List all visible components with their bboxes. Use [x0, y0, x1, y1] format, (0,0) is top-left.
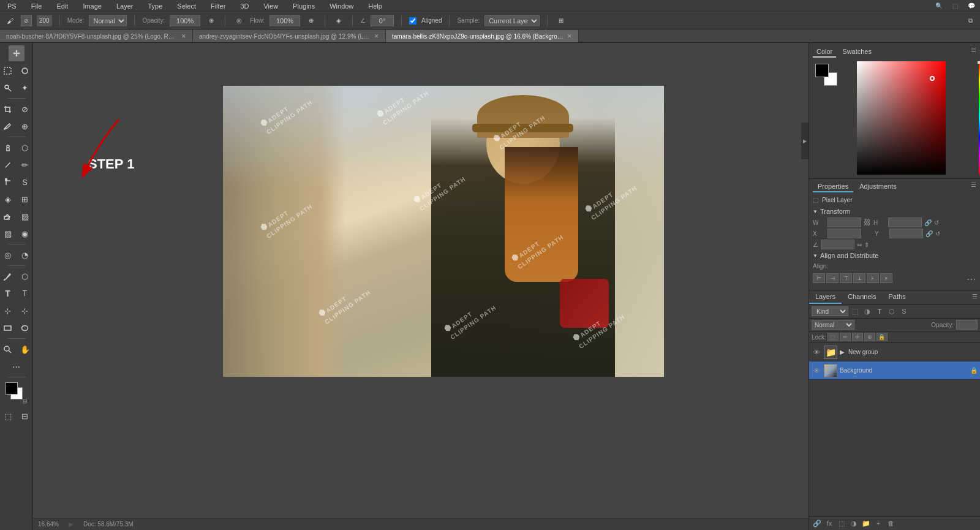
color-sample-btn[interactable]: ⊕	[17, 118, 33, 134]
menu-window[interactable]: Window	[327, 2, 356, 10]
align-center-h-btn[interactable]: ⊣	[826, 273, 839, 283]
align-more-btn[interactable]: ⋯	[967, 273, 976, 285]
align-toggle[interactable]: ▼	[813, 253, 818, 259]
sample-select[interactable]: Current Layer	[484, 15, 540, 26]
align-bottom-btn[interactable]: ⊧	[880, 273, 892, 283]
properties-tab[interactable]: Properties	[813, 181, 853, 192]
flip-v-icon[interactable]: ⇕	[864, 241, 869, 248]
create-group-btn[interactable]: 📁	[861, 518, 872, 529]
filter-shape-btn[interactable]: ⬡	[886, 306, 897, 317]
layer-item-group[interactable]: 👁 📁 ▶ New group	[809, 343, 980, 362]
tab-0-close[interactable]: ✕	[181, 33, 186, 39]
angle-input[interactable]	[371, 15, 394, 26]
history-brush-btn[interactable]: ◈	[0, 191, 16, 207]
flow-pressure-icon[interactable]: ⊕	[305, 15, 317, 27]
brush-settings-icon[interactable]: ⊘	[21, 15, 32, 26]
quick-select-btn[interactable]	[0, 80, 16, 96]
aligned-checkbox[interactable]	[409, 17, 417, 25]
link-layers-btn[interactable]: 🔗	[812, 518, 823, 529]
ellipse-btn[interactable]	[17, 320, 33, 336]
more-tools-btn[interactable]: ⋯	[9, 358, 24, 374]
view-extras-btn[interactable]: ⊟	[17, 408, 33, 424]
search-icon[interactable]: 🔍	[935, 2, 943, 9]
freeform-pen-btn[interactable]: ⬡	[17, 268, 33, 284]
clone-source-icon[interactable]: ⧉	[964, 15, 976, 27]
lock-artboard-btn[interactable]: ⊕	[864, 333, 875, 341]
hand-btn[interactable]: ✋	[17, 341, 33, 357]
x-input[interactable]	[827, 229, 861, 238]
screen-mode-btn[interactable]: ⬚	[0, 408, 16, 424]
feedback-icon[interactable]: 💬	[968, 2, 975, 9]
healing-btn[interactable]	[0, 140, 16, 156]
filter-smart-btn[interactable]: S	[899, 306, 910, 317]
type-btn[interactable]: T	[0, 286, 16, 301]
tab-1[interactable]: andrey-zvyagintsev-FdcNOb4IYFs-unsplash.…	[193, 30, 386, 42]
brush-btn[interactable]	[0, 157, 16, 173]
menu-image[interactable]: Image	[80, 2, 104, 10]
pattern-stamp-btn[interactable]: S	[17, 174, 33, 190]
create-adjustment-btn[interactable]: ◑	[848, 518, 859, 529]
flip-h-icon[interactable]: ⇔	[857, 241, 862, 248]
rectangle-btn[interactable]	[0, 320, 16, 336]
color-picker-gradient[interactable]	[857, 61, 946, 175]
layers-tab[interactable]: Layers	[809, 290, 842, 304]
burn-btn[interactable]: ◔	[17, 247, 33, 263]
filter-type-btn[interactable]: T	[874, 306, 885, 317]
color-tab[interactable]: Color	[813, 47, 836, 58]
align-left-btn[interactable]: ⊢	[813, 273, 825, 283]
airbrush-icon[interactable]: ◈	[333, 15, 345, 27]
align-top-btn[interactable]: ⊥	[853, 273, 865, 283]
add-effect-btn[interactable]: fx	[824, 518, 835, 529]
chain-icon[interactable]: ⛓	[864, 218, 871, 227]
flow-input[interactable]	[270, 15, 300, 26]
opacity-input[interactable]	[170, 15, 200, 26]
dodge-btn[interactable]: ◎	[0, 247, 16, 263]
filter-pixel-btn[interactable]: ⬚	[850, 306, 861, 317]
reset-colors-icon[interactable]: ⊟	[23, 398, 28, 404]
menu-layer[interactable]: Layer	[114, 2, 136, 10]
menu-plugins[interactable]: Plugins	[290, 2, 317, 10]
tab-2[interactable]: tamara-bellis-zK8NxpoJZ9o-unsplash.jpg @…	[386, 30, 579, 42]
tab-0[interactable]: noah-buscher-8A7fD6Y5VF8-unsplash.jpg @ …	[0, 30, 193, 42]
lock-position-btn[interactable]: ✛	[852, 333, 863, 341]
paint-bucket-btn[interactable]: ◉	[17, 225, 33, 241]
width-input[interactable]	[827, 218, 861, 227]
vertical-type-btn[interactable]: T	[17, 286, 33, 301]
magic-wand-btn[interactable]: ✦	[17, 80, 33, 96]
patch-btn[interactable]: ⬡	[17, 140, 33, 156]
layer-visibility-group[interactable]: 👁	[812, 347, 821, 357]
arrange-icon[interactable]: ⬚	[952, 2, 958, 9]
link-icon-2[interactable]: 🔗	[925, 230, 933, 237]
opacity-pressure-icon[interactable]: ⊕	[205, 15, 217, 27]
channels-tab[interactable]: Channels	[842, 290, 882, 304]
blend-mode-select[interactable]: Normal	[812, 320, 854, 330]
gradient-btn[interactable]: ▨	[0, 225, 16, 241]
layer-visibility-bg[interactable]: 👁	[812, 366, 821, 376]
lock-pixels-btn[interactable]: ✏	[840, 333, 851, 341]
foreground-color-box[interactable]	[815, 64, 829, 77]
menu-view[interactable]: View	[261, 2, 281, 10]
properties-panel-menu[interactable]: ☰	[971, 181, 976, 192]
ignore-adjustment-icon[interactable]: ⊞	[555, 15, 567, 27]
y-input[interactable]	[889, 229, 923, 238]
reset-xy-icon[interactable]: ↺	[935, 230, 940, 237]
art-history-btn[interactable]: ⊞	[17, 191, 33, 207]
layers-panel-menu[interactable]: ☰	[970, 290, 980, 304]
eraser-btn[interactable]	[0, 208, 16, 224]
paths-tab[interactable]: Paths	[883, 290, 912, 304]
pen-btn[interactable]	[0, 268, 16, 284]
menu-file[interactable]: File	[29, 2, 45, 10]
foreground-color-swatch[interactable]	[6, 382, 18, 395]
adjustments-tab[interactable]: Adjustments	[854, 181, 902, 192]
reset-transform-icon[interactable]: ↺	[934, 219, 939, 226]
clone-stamp-btn[interactable]	[0, 174, 16, 190]
add-mask-btn[interactable]: ⬚	[836, 518, 847, 529]
menu-filter[interactable]: Filter	[208, 2, 228, 10]
mode-select[interactable]: Normal	[89, 15, 127, 26]
group-expand-arrow[interactable]: ▶	[840, 349, 845, 355]
panel-collapse-btn[interactable]: ▶	[801, 123, 809, 159]
path-selection-btn[interactable]: ⊹	[0, 303, 16, 319]
bg-eraser-btn[interactable]: ▨	[17, 208, 33, 224]
slice-btn[interactable]: ⊘	[17, 101, 33, 117]
delete-layer-btn[interactable]: 🗑	[885, 518, 896, 529]
